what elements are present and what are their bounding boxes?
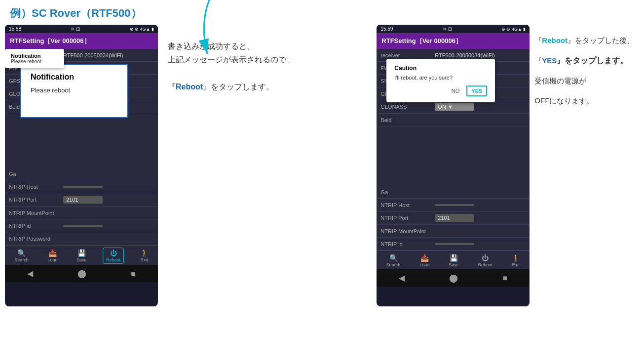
small-notification-popup: Notification Please reboot bbox=[5, 49, 64, 68]
right-nav-search-label: Search bbox=[386, 262, 401, 267]
page-container: 例）SC Rover（RTF500） 15:58 ≋ ⊡ ⊕ ⊛ 4G▲ ▮ R… bbox=[0, 0, 644, 306]
right-row-ntripmount: NTRIP MountPoint bbox=[377, 225, 530, 238]
right-row-beid: Beid bbox=[377, 114, 530, 127]
left-status-time: 15:58 bbox=[9, 26, 21, 32]
exit-icon-r: 🚶 bbox=[512, 254, 520, 262]
left-nav-reboot-label: Reboot bbox=[106, 257, 120, 262]
right-android-keys: ◀ ⬤ ■ bbox=[377, 269, 530, 287]
screenshots-row: 15:58 ≋ ⊡ ⊕ ⊛ 4G▲ ▮ RTFSetting［Ver 00000… bbox=[0, 25, 644, 306]
caution-dialog: Caution I'll reboot, are you sure? NO YE… bbox=[386, 59, 495, 102]
right-row-glonass: GLONASS ON ▼ bbox=[377, 100, 530, 114]
left-nav-exit[interactable]: 🚶 Exit bbox=[137, 248, 152, 263]
right-phone-content: receiver RTF500-20050034(WiFi) FW Versio… bbox=[377, 49, 530, 251]
right-nav-load-label: Load bbox=[419, 262, 429, 267]
home-key[interactable]: ⬤ bbox=[77, 269, 86, 278]
recents-key-r[interactable]: ■ bbox=[503, 274, 508, 283]
left-status-bar: 15:58 ≋ ⊡ ⊕ ⊛ 4G▲ ▮ bbox=[5, 25, 158, 33]
load-icon-r: 📥 bbox=[420, 254, 429, 262]
save-icon-r: 💾 bbox=[450, 254, 458, 262]
search-icon-r: 🔍 bbox=[389, 254, 398, 262]
small-notif-title: Notification bbox=[11, 53, 58, 59]
right-annotations: 『Reboot』をタップした後、 『YES』をタップします。 受信機の電源が O… bbox=[530, 25, 639, 117]
reboot-icon-r: ⏻ bbox=[482, 254, 489, 262]
left-row-ntripid: NTRIP id bbox=[5, 219, 158, 232]
notification-dialog-body: Please reboot bbox=[31, 86, 117, 94]
left-row-ntripmount: NTRIP MountPoint bbox=[5, 207, 158, 219]
right-nav-reboot[interactable]: ⏻ Reboot bbox=[475, 253, 495, 268]
left-phone-content: receiver RTF500-20050034(WiFi) FW Versio… bbox=[5, 49, 158, 245]
right-row-ga: Ga bbox=[377, 186, 530, 199]
notification-dialog-title: Notification bbox=[31, 73, 117, 82]
left-nav-reboot[interactable]: ⏻ Reboot bbox=[103, 248, 124, 264]
left-nav-save[interactable]: 💾 Save bbox=[74, 248, 90, 263]
right-nav-exit[interactable]: 🚶 Exit bbox=[509, 253, 523, 268]
small-notif-body: Please reboot bbox=[11, 59, 58, 64]
caution-title: Caution bbox=[394, 65, 487, 72]
load-icon: 📥 bbox=[48, 249, 57, 257]
exit-icon: 🚶 bbox=[140, 249, 149, 257]
right-status-time: 15:59 bbox=[380, 26, 393, 32]
left-phone-screen: 15:58 ≋ ⊡ ⊕ ⊛ 4G▲ ▮ RTFSetting［Ver 00000… bbox=[5, 25, 158, 306]
right-status-icons-right: ⊕ ⊛ 4G▲ ▮ bbox=[501, 27, 526, 32]
search-icon: 🔍 bbox=[17, 249, 26, 257]
recents-key[interactable]: ■ bbox=[131, 269, 136, 278]
annotation-area: 書き込みが成功すると、 上記メッセージが表示されるので、 『Reboot』をタッ… bbox=[158, 25, 377, 98]
reboot-icon: ⏻ bbox=[110, 249, 117, 257]
right-row-ntriphost: NTRIP Host bbox=[377, 199, 530, 212]
left-row-ntrippass: NTRIP Password bbox=[5, 232, 158, 245]
left-nav-search[interactable]: 🔍 Search bbox=[11, 248, 32, 263]
right-nav-reboot-label: Reboot bbox=[478, 262, 492, 267]
right-nav-bar: 🔍 Search 📥 Load 💾 Save ⏻ Reboot 🚶 bbox=[377, 251, 530, 269]
right-nav-exit-label: Exit bbox=[512, 262, 520, 267]
right-nav-save[interactable]: 💾 Save bbox=[446, 253, 462, 268]
right-ann-line4: OFFになります。 bbox=[534, 95, 634, 107]
back-key[interactable]: ◀ bbox=[27, 269, 33, 278]
right-nav-save-label: Save bbox=[449, 262, 459, 267]
right-ann-line3: 受信機の電源が bbox=[534, 75, 634, 87]
right-ann-line1: 『Reboot』をタップした後、 bbox=[534, 35, 634, 46]
caution-no-button[interactable]: NO bbox=[449, 85, 463, 96]
back-key-r[interactable]: ◀ bbox=[399, 273, 405, 283]
left-status-icons-left: ≋ ⊡ bbox=[71, 26, 80, 32]
left-row-ntriphost: NTRIP Host bbox=[5, 180, 158, 193]
caution-buttons: NO YES bbox=[394, 85, 487, 96]
right-row-ntripid: NTRIP id bbox=[377, 238, 530, 251]
left-nav-exit-label: Exit bbox=[141, 257, 148, 262]
caution-body: I'll reboot, are you sure? bbox=[394, 75, 487, 81]
arrow-annotation bbox=[188, 0, 247, 64]
left-status-icons-right: ⊕ ⊛ 4G▲ ▮ bbox=[130, 27, 154, 32]
right-phone-screen: 15:59 ≋ ⊡ ⊕ ⊛ 4G▲ ▮ RTFSetting［Ver 00000… bbox=[377, 25, 530, 306]
right-app-bar: RTFSetting［Ver 000006］ bbox=[377, 33, 530, 49]
left-row-ntripport: NTRIP Port 2101 bbox=[5, 193, 158, 207]
right-nav-search[interactable]: 🔍 Search bbox=[383, 253, 404, 268]
yes-blue-label: YES bbox=[542, 56, 557, 65]
left-nav-load-label: Load bbox=[47, 257, 57, 262]
reboot-label: Reboot bbox=[176, 83, 203, 91]
left-android-keys: ◀ ⬤ ■ bbox=[5, 265, 158, 282]
right-status-icons-left: ≋ ⊡ bbox=[443, 26, 452, 32]
right-status-bar: 15:59 ≋ ⊡ ⊕ ⊛ 4G▲ ▮ bbox=[377, 25, 530, 33]
home-key-r[interactable]: ⬤ bbox=[449, 273, 458, 283]
left-nav-bar: 🔍 Search 📥 Load 💾 Save ⏻ Reboot 🚶 bbox=[5, 245, 158, 265]
left-nav-save-label: Save bbox=[76, 257, 87, 262]
page-title: 例）SC Rover（RTF500） bbox=[0, 0, 644, 25]
reboot-cyan-label: Reboot bbox=[542, 36, 568, 44]
right-row-ntripport: NTRIP Port 2101 bbox=[377, 212, 530, 225]
left-notification-dialog: Notification Please reboot bbox=[20, 64, 128, 118]
left-row-ga: Ga Notification Please reboot bbox=[5, 168, 158, 180]
right-ann-line2: 『YES』をタップします。 bbox=[534, 54, 634, 67]
left-app-bar: RTFSetting［Ver 000006］ bbox=[5, 33, 158, 49]
left-nav-load[interactable]: 📥 Load bbox=[44, 248, 60, 263]
right-nav-load[interactable]: 📥 Load bbox=[417, 253, 432, 268]
save-icon: 💾 bbox=[77, 249, 86, 257]
caution-yes-button[interactable]: YES bbox=[466, 85, 487, 96]
annotation-line3: 『Reboot』をタップします。 bbox=[168, 83, 274, 91]
left-nav-search-label: Search bbox=[14, 257, 29, 262]
